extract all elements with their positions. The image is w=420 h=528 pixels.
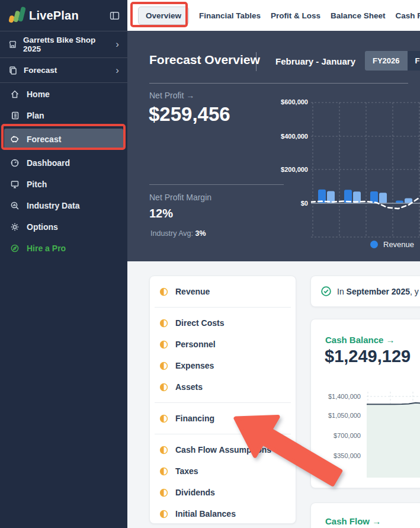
- insight-message-card[interactable]: In September 2025, y: [310, 276, 420, 307]
- cash-balance-card: Cash Balance → $1,249,129 $1,400,000 $1,…: [310, 319, 420, 488]
- list-item-label: Personnel: [175, 340, 216, 349]
- list-item[interactable]: Financing: [150, 408, 296, 429]
- half-circle-icon: [159, 361, 168, 370]
- sidebar-collapse-icon[interactable]: [110, 11, 120, 21]
- list-item-label: Initial Balances: [175, 509, 236, 519]
- list-item[interactable]: Dividends: [150, 482, 296, 503]
- sidebar-item-plan[interactable]: Plan: [0, 105, 127, 126]
- tab-profit-loss[interactable]: Profit & Loss: [271, 11, 320, 20]
- home-icon: [10, 89, 20, 99]
- sidebar-item-home[interactable]: Home: [0, 84, 127, 105]
- sidebar-item-hire-a-pro[interactable]: Hire a Pro: [0, 238, 127, 259]
- insight-month: September 2025: [347, 287, 410, 296]
- industry-avg-label: Industry Avg:: [150, 229, 193, 238]
- divider: [155, 402, 291, 403]
- list-item-label: Revenue: [175, 287, 210, 296]
- tab-financial-tables[interactable]: Financial Tables: [199, 11, 261, 20]
- tab-cash-flow[interactable]: Cash Flow: [395, 11, 420, 20]
- list-item-label: Dividends: [175, 488, 215, 497]
- list-item[interactable]: Cash Flow Assumptions: [150, 439, 296, 460]
- pages-icon: [8, 66, 18, 75]
- menu-label: Plan: [27, 111, 44, 120]
- sidebar-item-forecast[interactable]: Forecast: [4, 129, 123, 150]
- divider: [155, 434, 291, 434]
- sidebar-item-pitch[interactable]: Pitch: [0, 174, 127, 195]
- sidebar-item-forecast-section[interactable]: Forecast ›: [0, 57, 127, 83]
- y-axis-tick: $1,400,000: [311, 393, 361, 400]
- fiscal-year-toggle: FY2026 FY2: [365, 51, 420, 71]
- list-item[interactable]: Taxes: [150, 460, 296, 482]
- monitor-icon: [10, 180, 20, 189]
- revenue-legend-label: Revenue: [383, 240, 414, 249]
- menu-label: Options: [27, 222, 58, 232]
- half-circle-icon: [159, 467, 168, 476]
- y-axis-tick: $200,000: [267, 166, 308, 173]
- cash-flow-link[interactable]: Cash Flow →: [325, 516, 381, 526]
- list-item-label: Direct Costs: [175, 318, 224, 328]
- sidebar-menu: Home Plan Forecast Dashboard Pitch Indus…: [0, 83, 127, 259]
- piggy-bank-icon: [10, 135, 20, 144]
- list-item[interactable]: Revenue: [150, 281, 296, 302]
- half-circle-icon: [159, 287, 168, 296]
- fy-tab-next[interactable]: FY2: [408, 51, 420, 71]
- forecast-categories-card: RevenueDirect CostsPersonnelExpensesAsse…: [149, 276, 296, 524]
- chevron-right-icon: ›: [116, 65, 119, 76]
- liveplan-logo-text: LivePlan: [29, 9, 79, 23]
- menu-label: Industry Data: [27, 201, 79, 210]
- industry-avg-value: 3%: [195, 229, 206, 238]
- insight-prefix: In: [337, 287, 347, 296]
- storefront-icon: [8, 40, 17, 49]
- menu-label: Home: [27, 89, 50, 99]
- divider: [155, 307, 291, 308]
- half-circle-icon: [159, 488, 168, 497]
- liveplan-logo-icon: [8, 7, 24, 24]
- divider: [149, 83, 408, 84]
- sidebar-item-dashboard[interactable]: Dashboard: [0, 152, 127, 174]
- half-circle-icon: [159, 414, 168, 423]
- sidebar-item-options[interactable]: Options: [0, 216, 127, 238]
- gear-icon: [10, 222, 20, 232]
- cash-flow-card: Cash Flow →: [310, 503, 420, 528]
- sidebar-item-company[interactable]: Garretts Bike Shop 2025 ›: [0, 31, 127, 57]
- cash-balance-area-chart: [367, 388, 420, 478]
- section-label: Forecast: [24, 66, 57, 75]
- y-axis-tick: $600,000: [267, 98, 308, 105]
- compass-icon: [10, 244, 20, 253]
- fy-tab-selected[interactable]: FY2026: [365, 51, 408, 71]
- net-profit-margin-label: Net Profit Margin: [149, 193, 211, 202]
- net-profit-margin-value: 12%: [149, 207, 173, 220]
- list-item[interactable]: Personnel: [150, 334, 296, 355]
- list-item[interactable]: Expenses: [150, 355, 296, 376]
- menu-label: Dashboard: [27, 158, 70, 168]
- list-item[interactable]: Initial Balances: [150, 503, 296, 524]
- cash-balance-value: $1,249,129: [325, 347, 411, 366]
- notebook-icon: [10, 111, 20, 120]
- half-circle-icon: [159, 510, 168, 519]
- header-divider: [256, 52, 257, 71]
- menu-label: Pitch: [27, 180, 47, 189]
- list-item[interactable]: Assets: [150, 376, 296, 398]
- sidebar-item-industry-data[interactable]: Industry Data: [0, 195, 127, 216]
- list-item-label: Cash Flow Assumptions: [175, 445, 271, 455]
- sidebar: LivePlan Garretts Bike Shop 2025 › Forec…: [0, 0, 127, 528]
- page-title: Forecast Overview: [149, 53, 260, 67]
- y-axis-tick: $700,000: [311, 432, 361, 439]
- insight-message: In September 2025, y: [337, 287, 419, 296]
- menu-label: Forecast: [27, 135, 61, 144]
- chart-legend: Revenue: [370, 240, 414, 249]
- list-item-label: Assets: [175, 382, 203, 392]
- cash-balance-link[interactable]: Cash Balance →: [325, 335, 395, 345]
- tab-balance-sheet[interactable]: Balance Sheet: [331, 11, 385, 20]
- net-profit-label[interactable]: Net Profit →: [149, 91, 194, 100]
- menu-label: Hire a Pro: [27, 244, 66, 253]
- magnifier-chart-icon: [10, 201, 20, 210]
- industry-avg: Industry Avg: 3%: [150, 229, 206, 238]
- company-label: Garretts Bike Shop 2025: [23, 36, 110, 53]
- half-circle-icon: [159, 319, 168, 328]
- half-circle-icon: [159, 446, 168, 455]
- y-axis-tick: $1,050,000: [311, 412, 361, 419]
- tab-overview[interactable]: Overview: [138, 7, 189, 25]
- list-item[interactable]: Direct Costs: [150, 312, 296, 334]
- check-circle-icon: [320, 286, 332, 297]
- period-label: February - January: [275, 56, 355, 66]
